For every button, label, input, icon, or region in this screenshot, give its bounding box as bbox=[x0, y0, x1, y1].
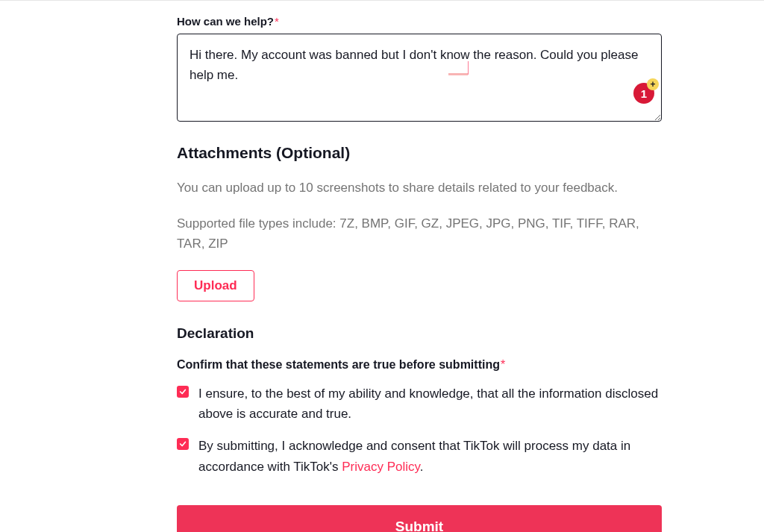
help-textarea[interactable] bbox=[177, 34, 662, 122]
checkbox-row-2: By submitting, I acknowledge and consent… bbox=[177, 436, 662, 476]
declaration-title: Declaration bbox=[177, 325, 662, 342]
attachments-helper-2: Supported file types include: 7Z, BMP, G… bbox=[177, 214, 662, 254]
check-icon bbox=[179, 388, 187, 395]
submit-button[interactable]: Submit bbox=[177, 505, 662, 532]
checkbox-2[interactable] bbox=[177, 438, 189, 450]
textarea-wrap: 1 + bbox=[177, 34, 662, 125]
attachments-helper-1: You can upload up to 10 screenshots to s… bbox=[177, 178, 662, 198]
checkbox-row-1: I ensure, to the best of my ability and … bbox=[177, 384, 662, 424]
upload-button[interactable]: Upload bbox=[177, 270, 254, 301]
privacy-policy-link[interactable]: Privacy Policy bbox=[342, 460, 420, 474]
checkbox-1-text: I ensure, to the best of my ability and … bbox=[198, 384, 662, 424]
feedback-form: How can we help?* 1 + Attachments (Optio… bbox=[177, 0, 662, 532]
checkbox-2-text: By submitting, I acknowledge and consent… bbox=[198, 436, 662, 476]
attachments-title: Attachments (Optional) bbox=[177, 144, 662, 162]
required-asterisk: * bbox=[275, 15, 279, 28]
confirm-label-text: Confirm that these statements are true b… bbox=[177, 358, 500, 371]
check-icon bbox=[179, 440, 187, 448]
top-divider bbox=[0, 0, 764, 1]
checkbox-1[interactable] bbox=[177, 386, 189, 398]
help-label: How can we help?* bbox=[177, 15, 662, 28]
confirm-label: Confirm that these statements are true b… bbox=[177, 358, 662, 372]
checkbox-2-suffix: . bbox=[420, 460, 424, 474]
help-label-text: How can we help? bbox=[177, 15, 274, 28]
required-asterisk: * bbox=[501, 358, 505, 371]
